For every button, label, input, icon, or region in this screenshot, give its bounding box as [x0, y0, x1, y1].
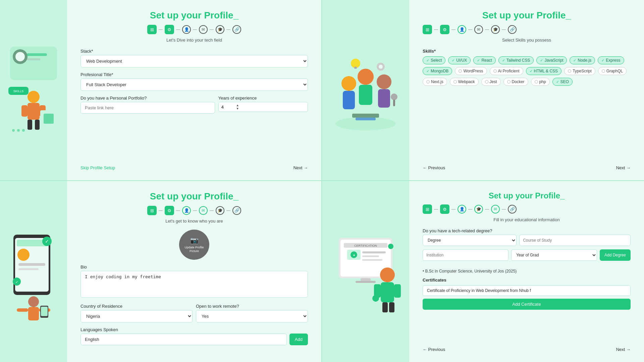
- steps-row-q1: ⊞ — ⚙ — 👤 — ✉ — 🎓 — 🔗: [147, 25, 241, 34]
- next-button-q1[interactable]: Next →: [293, 165, 308, 170]
- bio-textarea[interactable]: I enjoy coding in my freetime: [80, 271, 308, 298]
- svg-point-62: [380, 267, 395, 282]
- step-6-icon: 🔗: [232, 25, 241, 34]
- illustration-panel-q3: ✓ ✓: [0, 181, 67, 362]
- page-title-q3: Set up your Profile_: [150, 191, 239, 202]
- skip-link[interactable]: Skip Profile Setup: [80, 165, 115, 170]
- institution-row: Year of Grad 2023 2024 2025 Add Degree: [423, 249, 631, 261]
- svg-point-68: [372, 295, 379, 302]
- skill-tailwind[interactable]: ✓ Tailwind CSS: [498, 56, 534, 64]
- next-button-q4[interactable]: Next →: [616, 347, 631, 352]
- country-select[interactable]: Nigeria Ghana Kenya: [80, 310, 193, 322]
- svg-rect-65: [394, 284, 401, 298]
- svg-text:✓: ✓: [15, 280, 18, 284]
- svg-rect-37: [18, 263, 45, 266]
- step-4-icon: ✉: [199, 25, 208, 34]
- skill-php[interactable]: php: [531, 78, 550, 86]
- course-input[interactable]: [519, 235, 631, 246]
- bio-group: Bio I enjoy coding in my freetime: [80, 264, 308, 299]
- svg-point-15: [12, 129, 15, 132]
- svg-point-16: [17, 129, 20, 132]
- skill-nextjs[interactable]: Next.js: [423, 78, 447, 86]
- svg-text:CERTIFICATION: CERTIFICATION: [354, 244, 377, 247]
- cert-input[interactable]: [423, 285, 631, 296]
- skill-webpack[interactable]: Webpack: [450, 78, 479, 86]
- skill-ai[interactable]: Ai Proficient: [490, 67, 523, 75]
- step-q2-1: ⊞: [423, 25, 432, 34]
- portfolio-years-row: Do you have a Personal Portfolio? Years …: [80, 96, 308, 114]
- next-button-q2[interactable]: Next →: [616, 165, 631, 170]
- title-select[interactable]: Full Stack Developer Frontend Developer …: [80, 78, 308, 91]
- steps-row-q3: ⊞ — ⚙ — 👤 — ✉ — 🎓 — 🔗: [147, 206, 241, 215]
- country-label: Country of Residence: [80, 304, 193, 309]
- skill-react[interactable]: ✓ React: [473, 56, 495, 64]
- svg-rect-14: [44, 114, 54, 124]
- svg-rect-42: [28, 307, 39, 320]
- skill-select[interactable]: ✓ Select: [423, 56, 445, 64]
- form-panel-q3: Set up your Profile_ ⊞ — ⚙ — 👤 — ✉ — 🎓 —…: [67, 181, 321, 362]
- svg-point-2: [15, 52, 25, 61]
- skill-uiux[interactable]: ✓ UI/UX: [448, 56, 471, 64]
- svg-rect-6: [28, 103, 40, 120]
- prev-button-q4[interactable]: ← Previous: [423, 347, 445, 352]
- skill-nodejs[interactable]: ✓ Node.js: [570, 56, 595, 64]
- institution-input[interactable]: [423, 249, 508, 261]
- portfolio-label: Do you have a Personal Portfolio?: [80, 96, 215, 101]
- subtitle-q1: Let's Dive into your tech field: [166, 38, 222, 43]
- svg-rect-56: [362, 251, 386, 253]
- svg-rect-10: [35, 120, 40, 130]
- step-q3-3: 👤: [182, 206, 191, 215]
- language-input[interactable]: [80, 334, 287, 345]
- remote-select[interactable]: Yes No: [196, 310, 308, 322]
- nav-row-q4: ← Previous Next →: [423, 347, 631, 352]
- nav-row-q2: ← Previous Next →: [423, 165, 631, 170]
- years-stepper[interactable]: ▲ ▼: [218, 102, 308, 112]
- svg-text:SKILLS: SKILLS: [13, 89, 24, 93]
- svg-rect-7: [21, 105, 28, 117]
- portfolio-input[interactable]: [80, 102, 215, 114]
- years-label: Years of experience: [218, 96, 308, 101]
- prev-button-q2[interactable]: ← Previous: [423, 165, 445, 170]
- skill-javascript[interactable]: ✓ JavaScript: [536, 56, 567, 64]
- svg-point-21: [358, 69, 374, 85]
- svg-point-27: [351, 59, 360, 68]
- subtitle-q4: Fill in your educational information: [423, 217, 631, 222]
- step-q2-6: 🔗: [508, 25, 517, 34]
- skill-mongodb[interactable]: ✓ MongoDB: [423, 67, 452, 75]
- stack-field-group: Stack* Web Development Mobile Data Scien…: [80, 49, 308, 67]
- add-language-button[interactable]: Add: [289, 334, 308, 345]
- skill-jest[interactable]: Jest: [481, 78, 501, 86]
- quadrant-bottom-left: ✓ ✓ Set up your Profile_ ⊞ — ⚙ — 👤 —: [0, 181, 322, 362]
- svg-text:★: ★: [353, 254, 355, 257]
- years-input-field[interactable]: [221, 105, 235, 110]
- skill-seo[interactable]: ✓ SEO: [552, 78, 573, 86]
- svg-rect-28: [354, 67, 357, 69]
- add-certificate-button[interactable]: Add Certificate: [423, 299, 631, 310]
- languages-input-row: Add: [80, 334, 308, 345]
- skill-graphql[interactable]: GraphQL: [598, 67, 627, 75]
- form-panel-q4: Set up your Profile_ ⊞ — ⚙ — 👤 — 🎓 — ✉ —…: [409, 181, 644, 362]
- step-5-icon: 🎓: [216, 25, 224, 34]
- skill-htmlcss[interactable]: ✓ HTML & CSS: [526, 67, 562, 75]
- stack-select[interactable]: Web Development Mobile Data Science DevO…: [80, 55, 308, 67]
- step-q2-5: 🎓: [491, 25, 500, 34]
- skill-wordpress[interactable]: WordPress: [455, 67, 487, 75]
- skill-typescript[interactable]: TypeScript: [564, 67, 595, 75]
- step-q3-6: 🔗: [232, 206, 241, 215]
- step-q2-2: ⚙: [440, 25, 449, 34]
- year-select[interactable]: Year of Grad 2023 2024 2025: [511, 249, 597, 261]
- avatar-label: Update ProfilePicture: [184, 246, 204, 253]
- svg-rect-9: [28, 120, 32, 130]
- form-panel-q1: Set up your Profile_ ⊞ — ⚙ — 👤 — ✉ — 🎓 —…: [67, 0, 321, 180]
- remote-label: Open to work remote?: [196, 304, 308, 309]
- skill-express[interactable]: ✓ Express: [598, 56, 624, 64]
- page-title-q1: Set up your Profile_: [150, 10, 239, 21]
- add-degree-button[interactable]: Add Degree: [600, 249, 631, 261]
- skill-docker[interactable]: Docker: [503, 78, 528, 86]
- svg-rect-38: [18, 268, 39, 270]
- avatar-upload[interactable]: 📷 Update ProfilePicture: [179, 230, 209, 260]
- camera-icon: 📷: [190, 236, 199, 244]
- steps-row-q4: ⊞ — ⚙ — 👤 — 🎓 — ✉ — 🔗: [423, 204, 631, 214]
- degree-select[interactable]: Degree Diploma Masters PhD: [423, 235, 517, 246]
- step-3-icon: 👤: [182, 25, 191, 34]
